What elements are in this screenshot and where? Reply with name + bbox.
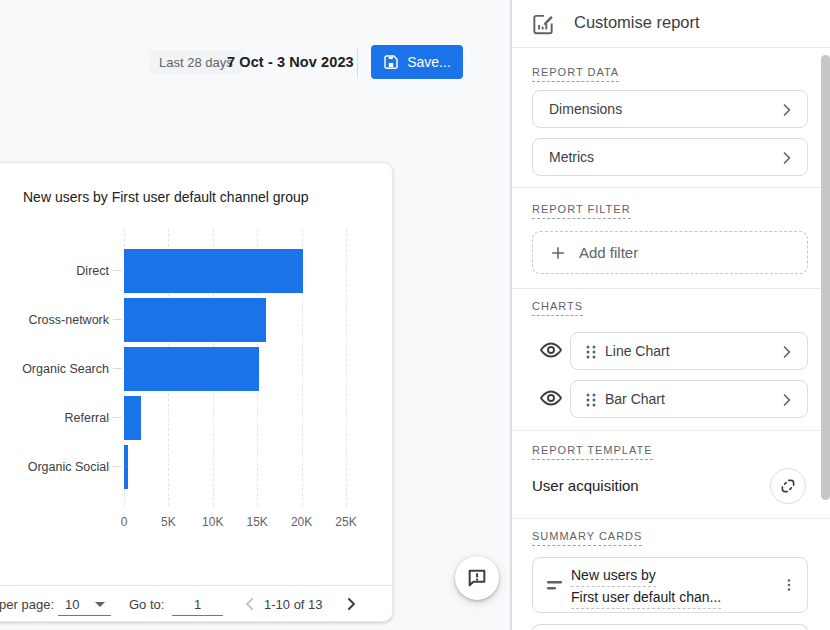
bar-cross-network[interactable]	[124, 298, 266, 342]
section-divider	[512, 518, 830, 519]
summary-card-icon	[547, 579, 563, 597]
feedback-icon	[466, 567, 488, 589]
plus-icon	[549, 244, 567, 262]
category-label: Cross-network	[0, 295, 109, 344]
bar-chart-label: Bar Chart	[605, 391, 665, 407]
section-divider	[512, 430, 830, 431]
section-divider	[512, 187, 830, 188]
bar-referral[interactable]	[124, 396, 141, 440]
summary-card-line1: New users by	[571, 565, 656, 587]
rows-per-page-select[interactable]: 10	[58, 590, 111, 616]
section-label-report-data: REPORT DATA	[532, 66, 619, 82]
bar-chart: DirectCross-networkOrganic SearchReferra…	[0, 246, 392, 491]
chart-row: Organic Search	[0, 344, 392, 393]
x-axis: 05K10K15K20K25K	[0, 515, 392, 531]
metrics-label: Metrics	[549, 149, 594, 165]
bar-organic-search[interactable]	[124, 347, 259, 391]
chart-row: Direct	[0, 246, 392, 295]
customise-report-icon	[530, 11, 556, 41]
dropdown-caret-icon	[95, 602, 105, 607]
chart-row: Cross-network	[0, 295, 392, 344]
chart-row: Organic Social	[0, 442, 392, 491]
next-page-icon[interactable]	[341, 594, 361, 614]
main-area: Last 28 days 7 Oct - 3 Nov 2023 Save... …	[0, 0, 510, 630]
panel-title: Customise report	[574, 13, 700, 32]
chart-row: Referral	[0, 393, 392, 442]
rows-per-page-label: Rows per page:	[0, 597, 54, 612]
dimensions-label: Dimensions	[549, 101, 622, 117]
metrics-row[interactable]: Metrics	[532, 138, 808, 176]
x-tick-label: 0	[102, 515, 146, 529]
category-label: Referral	[0, 393, 109, 442]
add-filter-label: Add filter	[579, 244, 638, 261]
rows-per-page-value: 10	[65, 597, 79, 612]
save-button[interactable]: Save...	[371, 45, 463, 79]
pagination-bar: Rows per page: 10 Go to: 1 1-10 of 13	[0, 585, 392, 622]
bar-organic-social[interactable]	[124, 445, 128, 489]
line-chart-visibility-toggle[interactable]	[538, 338, 564, 364]
panel-header: Customise report	[512, 0, 830, 48]
summary-card-menu-icon[interactable]	[777, 574, 801, 598]
goto-page-input[interactable]: 1	[172, 590, 223, 616]
add-filter-button[interactable]: Add filter	[532, 231, 808, 274]
pagination-range-text: 1-10 of 13	[264, 597, 323, 612]
summary-card[interactable]: New users by First user default chan...	[532, 557, 808, 613]
unlink-icon	[779, 477, 797, 495]
feedback-button[interactable]	[455, 556, 499, 600]
summary-card-line2: First user default chan...	[571, 587, 721, 609]
dimensions-row[interactable]: Dimensions	[532, 90, 808, 128]
drag-handle-icon[interactable]	[584, 344, 598, 364]
category-label: Direct	[0, 246, 109, 295]
toolbar-divider	[357, 47, 358, 78]
bar-direct[interactable]	[124, 249, 303, 293]
chevron-right-icon	[777, 100, 797, 124]
previous-page-icon[interactable]	[240, 594, 260, 614]
bar-chart-visibility-toggle[interactable]	[538, 386, 564, 412]
section-label-summary-cards: SUMMARY CARDS	[532, 530, 642, 546]
section-divider	[512, 288, 830, 289]
drag-handle-icon[interactable]	[584, 392, 598, 412]
save-button-label: Save...	[407, 54, 451, 70]
save-icon	[383, 54, 399, 70]
category-tick	[113, 466, 122, 467]
x-tick-label: 15K	[235, 515, 279, 529]
category-tick	[113, 319, 122, 320]
category-tick	[113, 417, 122, 418]
chart-title: New users by First user default channel …	[23, 189, 309, 205]
x-tick-label: 25K	[324, 515, 368, 529]
x-tick-label: 20K	[280, 515, 324, 529]
category-label: Organic Social	[0, 442, 109, 491]
bar-chart-row[interactable]: Bar Chart	[570, 380, 808, 418]
customise-report-panel: Customise report REPORT DATA Dimensions …	[510, 0, 830, 630]
goto-label: Go to:	[129, 597, 164, 612]
line-chart-row[interactable]: Line Chart	[570, 332, 808, 370]
category-label: Organic Search	[0, 344, 109, 393]
section-label-charts: CHARTS	[532, 300, 583, 316]
x-tick-label: 10K	[191, 515, 235, 529]
chart-card: New users by First user default channel …	[0, 162, 393, 622]
summary-card-partial[interactable]	[532, 624, 808, 630]
line-chart-label: Line Chart	[605, 343, 670, 359]
section-label-report-filter: REPORT FILTER	[532, 203, 631, 219]
category-tick	[113, 270, 122, 271]
date-range-text[interactable]: 7 Oct - 3 Nov 2023	[227, 54, 354, 70]
section-label-report-template: REPORT TEMPLATE	[532, 444, 653, 460]
unlink-template-button[interactable]	[770, 468, 806, 504]
category-tick	[113, 368, 122, 369]
chevron-right-icon	[777, 342, 797, 366]
panel-scrollbar[interactable]	[821, 55, 830, 500]
chevron-right-icon	[777, 148, 797, 172]
chevron-right-icon	[777, 390, 797, 414]
x-tick-label: 5K	[146, 515, 190, 529]
report-template-value: User acquisition	[532, 477, 639, 494]
